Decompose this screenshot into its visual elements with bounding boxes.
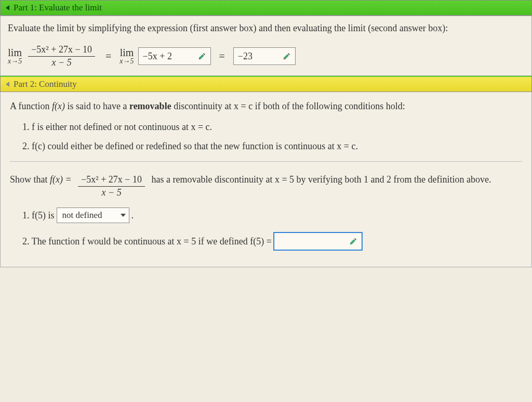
collapse-icon[interactable] (6, 5, 9, 10)
verify-item-1: 1. f(5) is not defined . (22, 208, 522, 223)
original-fraction: −5x² + 27x − 10 x − 5 (28, 45, 95, 68)
limit-symbol: lim x→5 (8, 47, 22, 65)
part2-title: Part 2: Continuity (14, 79, 77, 89)
divider (10, 161, 522, 162)
show-that-text: Show that f(x) = −5x² + 27x − 10 x − 5 h… (10, 171, 522, 198)
f5-answer-box[interactable] (274, 232, 362, 250)
answer1-value: −5x + 2 (143, 51, 172, 62)
show-fraction: −5x² + 27x − 10 x − 5 (78, 175, 145, 198)
verify-list: 1. f(5) is not defined . 2. The function… (22, 208, 522, 250)
part1-instructions: Evaluate the limit by simplifying the ex… (8, 21, 524, 35)
part2-intro: A function f(x) is said to have a remova… (10, 99, 522, 114)
condition-1: 1. f is either not defined or not contin… (22, 122, 522, 133)
edit-icon[interactable] (349, 237, 357, 245)
answer-box-2[interactable]: −23 (233, 47, 296, 65)
select-value: not defined (62, 210, 102, 221)
part1-content: Evaluate the limit by simplifying the ex… (0, 16, 532, 76)
verify-item-2: 2. The function f would be continuous at… (22, 232, 522, 250)
edit-icon[interactable] (283, 52, 291, 60)
answer-box-1[interactable]: −5x + 2 (138, 47, 211, 65)
collapse-icon[interactable] (6, 82, 9, 87)
equals-sign: = (105, 50, 111, 62)
part2-content: A function f(x) is said to have a remova… (0, 92, 532, 267)
limit-expression-row: lim x→5 −5x² + 27x − 10 x − 5 = lim x→5 … (8, 45, 524, 68)
answer2-value: −23 (238, 51, 252, 62)
condition-2: 2. f(c) could either be defined or redef… (22, 141, 522, 152)
chevron-down-icon (121, 214, 126, 217)
equals-sign-2: = (219, 50, 225, 62)
defined-select[interactable]: not defined (57, 208, 129, 223)
conditions-list: 1. f is either not defined or not contin… (22, 122, 522, 152)
limit-symbol-2: lim x→5 (119, 47, 134, 65)
edit-icon[interactable] (198, 52, 206, 60)
part1-title: Part 1: Evaluate the limit (14, 3, 102, 13)
